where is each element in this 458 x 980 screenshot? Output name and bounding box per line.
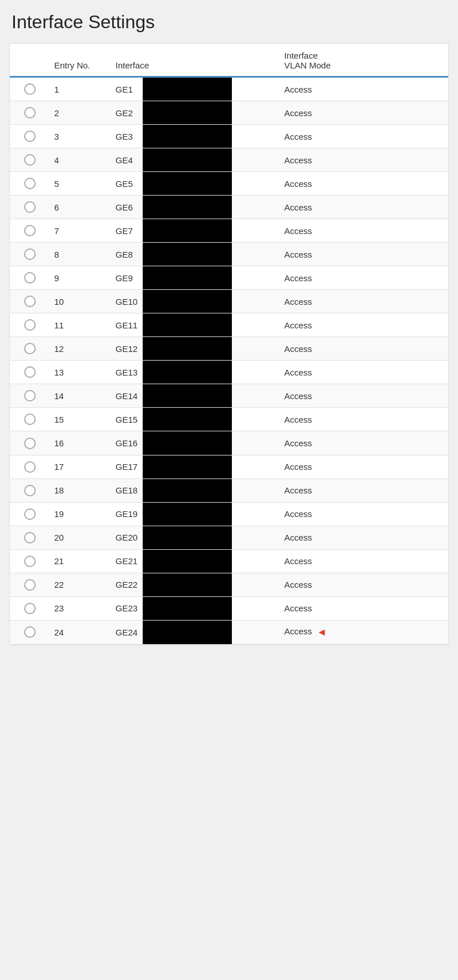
table-row: 19GE19Access	[10, 502, 448, 526]
radio-button[interactable]	[24, 131, 36, 142]
table-wrapper: Entry No. Interface InterfaceVLAN Mode 1…	[9, 43, 449, 645]
vlan-mode-cell: Access	[280, 596, 448, 620]
radio-button[interactable]	[24, 556, 36, 567]
radio-cell	[10, 549, 49, 573]
interface-cell: GE15	[111, 408, 280, 431]
entry-no-cell: 5	[49, 172, 111, 196]
table-row: 13GE13Access	[10, 361, 448, 384]
radio-button[interactable]	[24, 414, 36, 425]
entry-no-cell: 8	[49, 243, 111, 266]
interface-cell: GE20	[111, 526, 280, 549]
interface-name: GE19	[116, 509, 138, 519]
radio-cell	[10, 478, 49, 502]
interface-name: GE11	[116, 320, 138, 330]
table-row: 7GE7Access	[10, 219, 448, 243]
black-overlay	[143, 337, 232, 360]
interface-name: GE17	[116, 462, 138, 472]
vlan-mode-cell: Access	[280, 125, 448, 148]
radio-cell	[10, 384, 49, 408]
radio-button[interactable]	[24, 343, 36, 354]
vlan-mode-cell: Access	[280, 337, 448, 361]
interface-name: GE5	[116, 179, 133, 189]
table-row: 5GE5Access	[10, 172, 448, 196]
radio-button[interactable]	[24, 390, 36, 401]
radio-button[interactable]	[24, 248, 36, 260]
interface-name: GE10	[116, 297, 138, 307]
page-container: Interface Settings Entry No. Interface I…	[0, 0, 458, 980]
entry-no-cell: 22	[49, 573, 111, 596]
interface-cell: GE12	[111, 337, 280, 361]
radio-button[interactable]	[24, 319, 36, 331]
radio-cell	[10, 148, 49, 172]
vlan-mode-cell: Access	[280, 455, 448, 478]
interface-cell: GE9	[111, 266, 280, 290]
vlan-mode-cell: Access	[280, 290, 448, 313]
radio-cell	[10, 266, 49, 290]
interface-cell: GE8	[111, 243, 280, 266]
interface-name: GE21	[116, 556, 138, 566]
radio-cell	[10, 313, 49, 337]
table-row: 6GE6Access	[10, 196, 448, 219]
col-header-vlanmode: InterfaceVLAN Mode	[280, 44, 448, 77]
table-row: 17GE17Access	[10, 455, 448, 478]
interface-cell: GE18	[111, 478, 280, 502]
black-overlay	[143, 384, 232, 407]
radio-button[interactable]	[24, 626, 36, 638]
black-overlay	[143, 503, 232, 526]
vlan-mode-cell: Access	[280, 172, 448, 196]
black-overlay	[143, 431, 232, 454]
table-row: 24GE24Access◄	[10, 620, 448, 644]
radio-button[interactable]	[24, 508, 36, 520]
black-overlay	[143, 597, 232, 620]
interface-name: GE7	[116, 226, 133, 236]
col-header-interface: Interface	[111, 44, 280, 77]
radio-button[interactable]	[24, 154, 36, 166]
radio-button[interactable]	[24, 485, 36, 496]
interface-cell: GE22	[111, 573, 280, 596]
radio-button[interactable]	[24, 225, 36, 236]
radio-button[interactable]	[24, 579, 36, 591]
radio-button[interactable]	[24, 107, 36, 118]
radio-button[interactable]	[24, 532, 36, 543]
interface-name: GE14	[116, 391, 138, 401]
radio-cell	[10, 290, 49, 313]
vlan-mode-cell: Access	[280, 502, 448, 526]
black-overlay	[143, 290, 232, 313]
arrow-indicator-icon: ◄	[316, 626, 327, 638]
interface-name: GE23	[116, 603, 138, 613]
radio-button[interactable]	[24, 178, 36, 189]
radio-button[interactable]	[24, 461, 36, 473]
entry-no-cell: 1	[49, 77, 111, 101]
radio-button[interactable]	[24, 201, 36, 213]
table-header: Entry No. Interface InterfaceVLAN Mode	[10, 44, 448, 77]
interface-cell: GE17	[111, 455, 280, 478]
vlan-mode-cell: Access	[280, 431, 448, 455]
black-overlay	[143, 479, 232, 502]
radio-button[interactable]	[24, 603, 36, 614]
vlan-mode-cell: Access	[280, 478, 448, 502]
radio-button[interactable]	[24, 296, 36, 307]
vlan-mode-cell: Access	[280, 196, 448, 219]
black-overlay	[143, 526, 232, 549]
table-row: 14GE14Access	[10, 384, 448, 408]
radio-cell	[10, 101, 49, 125]
black-overlay	[143, 408, 232, 431]
radio-button[interactable]	[24, 366, 36, 378]
radio-cell	[10, 502, 49, 526]
entry-no-cell: 15	[49, 408, 111, 431]
interface-cell: GE21	[111, 549, 280, 573]
vlan-mode-cell: Access	[280, 549, 448, 573]
black-overlay	[143, 455, 232, 478]
entry-no-cell: 20	[49, 526, 111, 549]
black-overlay	[143, 621, 232, 644]
black-overlay	[143, 243, 232, 266]
table-row: 2GE2Access	[10, 101, 448, 125]
radio-button[interactable]	[24, 438, 36, 449]
entry-no-cell: 9	[49, 266, 111, 290]
radio-button[interactable]	[24, 272, 36, 284]
radio-cell	[10, 172, 49, 196]
radio-button[interactable]	[24, 83, 36, 95]
table-row: 12GE12Access	[10, 337, 448, 361]
interface-name: GE18	[116, 485, 138, 495]
table-row: 15GE15Access	[10, 408, 448, 431]
